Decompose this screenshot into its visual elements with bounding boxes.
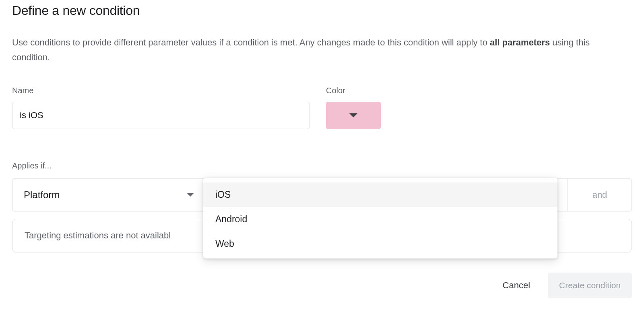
condition-row: Platform and iOS Android Web — [12, 178, 632, 211]
dialog-title: Define a new condition — [12, 3, 632, 18]
dropdown-item-android[interactable]: Android — [203, 207, 557, 232]
attribute-select-label: Platform — [24, 189, 60, 201]
color-label: Color — [326, 86, 381, 95]
name-input[interactable] — [12, 102, 310, 129]
caret-down-icon — [349, 113, 357, 117]
applies-if-label: Applies if... — [12, 161, 632, 170]
value-dropdown-menu: iOS Android Web — [203, 178, 557, 258]
and-button[interactable]: and — [568, 178, 632, 211]
dropdown-item-ios[interactable]: iOS — [203, 183, 557, 207]
attribute-select[interactable]: Platform — [12, 178, 205, 211]
caret-down-icon — [187, 193, 194, 197]
description-prefix: Use conditions to provide different para… — [12, 37, 490, 47]
name-label: Name — [12, 86, 310, 95]
color-dropdown[interactable] — [326, 102, 381, 129]
create-condition-button[interactable]: Create condition — [548, 273, 632, 298]
description-bold: all parameters — [490, 37, 550, 47]
dropdown-item-web[interactable]: Web — [203, 232, 557, 256]
dialog-description: Use conditions to provide different para… — [12, 35, 632, 65]
cancel-button[interactable]: Cancel — [498, 275, 535, 296]
